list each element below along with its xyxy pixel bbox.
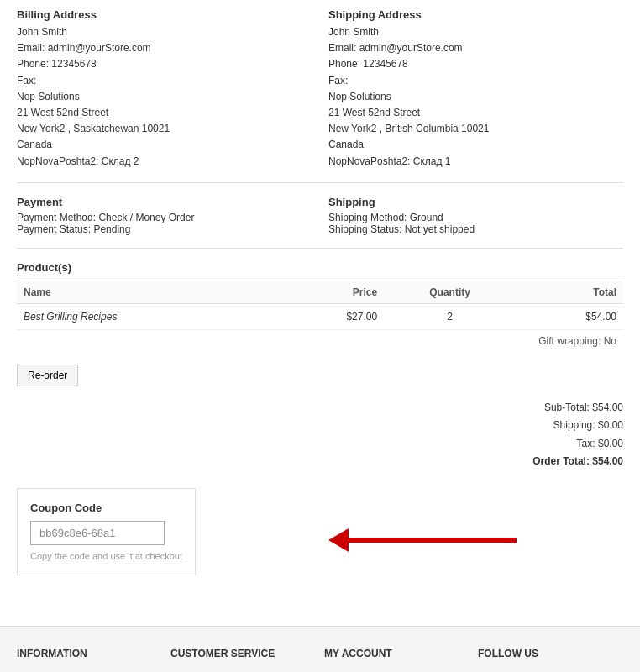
product-total: $54.00	[516, 303, 623, 329]
shipping-pickup: NopNovaPoshta2: Склад 1	[328, 155, 450, 167]
footer-heading-0: INFORMATION	[17, 648, 162, 659]
red-arrow	[328, 528, 517, 552]
shipping-info-block: Shipping Shipping Method: Ground Shippin…	[328, 196, 623, 235]
col-name: Name	[17, 281, 276, 303]
products-section: Product(s) Name Price Quantity Total Bes…	[17, 261, 623, 352]
shipping-country: Canada	[328, 139, 364, 150]
billing-country: Canada	[17, 139, 52, 150]
footer-heading-3: FOLLOW US	[478, 648, 623, 659]
shipping-phone: Phone: 12345678	[328, 58, 408, 70]
billing-address-block: Billing Address John Smith Email: admin@…	[17, 8, 312, 170]
footer-link[interactable]: Search	[170, 668, 316, 672]
shipping-info-label: Shipping	[328, 196, 623, 208]
footer-columns: INFORMATIONSitemapShipping & ReturnsPriv…	[17, 648, 623, 672]
arrow-line	[349, 538, 517, 543]
billing-email: Email: admin@yourStore.com	[17, 42, 151, 54]
arrow-area	[196, 528, 623, 552]
subtotal-label: Sub-Total:	[544, 402, 590, 413]
footer-heading-2: MY ACCOUNT	[324, 648, 470, 659]
shipping-name: John Smith	[328, 26, 379, 38]
subtotal-value: $54.00	[592, 402, 623, 413]
billing-company: Nop Solutions	[17, 91, 80, 102]
shipping-city: New York2 , British Columbia 10021	[328, 123, 489, 134]
billing-name: John Smith	[17, 26, 67, 38]
footer-link[interactable]: Sitemap	[17, 668, 162, 672]
footer-link[interactable]: My account	[324, 668, 470, 672]
billing-pickup: NopNovaPoshta2: Склад 2	[17, 155, 139, 167]
payment-method: Payment Method: Check / Money Order	[17, 212, 194, 223]
products-table: Name Price Quantity Total Best Grilling …	[17, 281, 623, 330]
reorder-btn-container: Re-order	[17, 365, 623, 386]
footer-col-0: INFORMATIONSitemapShipping & ReturnsPriv…	[17, 648, 162, 672]
footer-heading-1: CUSTOMER SERVICE	[170, 648, 316, 659]
reorder-button[interactable]: Re-order	[17, 365, 78, 386]
payment-block: Payment Payment Method: Check / Money Or…	[17, 196, 312, 235]
shipping-street: 21 West 52nd Street	[328, 107, 420, 118]
footer: INFORMATIONSitemapShipping & ReturnsPriv…	[0, 626, 640, 672]
shipping-fax: Fax:	[328, 75, 348, 87]
order-totals: Sub-Total: $54.00 Shipping: $0.00 Tax: $…	[17, 399, 623, 471]
billing-phone: Phone: 12345678	[17, 58, 97, 70]
shipping-status: Shipping Status: Not yet shipped	[328, 223, 475, 235]
footer-col-3: FOLLOW USFacebookTwitterRSSYouTubeGoogle…	[478, 648, 623, 672]
col-total: Total	[516, 281, 623, 303]
table-row: Best Grilling Recipes $27.00 2 $54.00	[17, 303, 623, 329]
order-total-label: Order Total:	[532, 455, 590, 467]
coupon-label: Coupon Code	[30, 501, 182, 514]
shipping-method: Shipping Method: Ground	[328, 212, 443, 223]
coupon-section: Coupon Code bb69c8e6-68a1 Copy the code …	[17, 488, 196, 592]
billing-fax: Fax:	[17, 75, 36, 87]
product-quantity: 2	[384, 303, 516, 329]
footer-col-1: CUSTOMER SERVICESearchNewsBlogRecently v…	[170, 648, 316, 672]
footer-col-2: MY ACCOUNTMy accountOrdersAddressesShopp…	[324, 648, 470, 672]
payment-label: Payment	[17, 196, 312, 208]
col-quantity: Quantity	[384, 281, 516, 303]
product-price: $27.00	[276, 303, 384, 329]
billing-address-label: Billing Address	[17, 8, 312, 21]
billing-street: 21 West 52nd Street	[17, 107, 108, 118]
order-total-value: $54.00	[592, 455, 623, 467]
coupon-code-value: bb69c8e6-68a1	[30, 521, 165, 545]
shipping-address-label: Shipping Address	[328, 8, 623, 21]
shipping-total-value: $0.00	[598, 419, 623, 431]
coupon-copy-note: Copy the code and use it at checkout	[30, 551, 182, 561]
tax-label: Tax:	[577, 438, 595, 449]
product-name: Best Grilling Recipes	[17, 303, 276, 329]
shipping-total-label: Shipping:	[553, 419, 595, 431]
billing-city: New York2 , Saskatchewan 10021	[17, 123, 170, 134]
payment-status: Payment Status: Pending	[17, 223, 130, 235]
tax-value: $0.00	[598, 438, 623, 449]
shipping-address-block: Shipping Address John Smith Email: admin…	[328, 8, 623, 170]
products-label: Product(s)	[17, 261, 623, 274]
arrow-head	[328, 528, 349, 552]
gift-wrapping: Gift wrapping: No	[17, 330, 623, 352]
col-price: Price	[276, 281, 384, 303]
shipping-email: Email: admin@yourStore.com	[328, 42, 463, 54]
coupon-arrow-row: Coupon Code bb69c8e6-68a1 Copy the code …	[17, 488, 623, 592]
footer-link[interactable]: Facebook	[478, 668, 623, 672]
shipping-company: Nop Solutions	[328, 91, 391, 102]
